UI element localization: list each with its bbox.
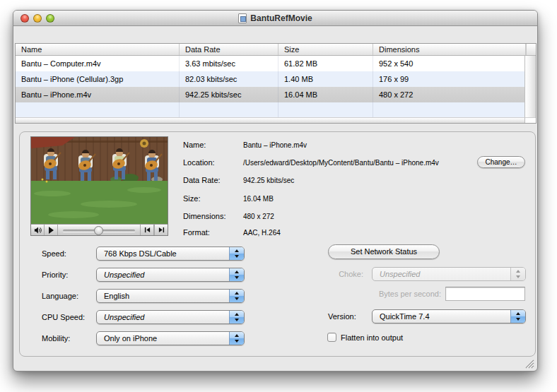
speed-popup-value: 768 Kbps DSL/Cable bbox=[104, 249, 177, 258]
table-header: Name Data Rate Size Dimensions bbox=[16, 44, 536, 56]
cpu-speed-label: CPU Speed: bbox=[42, 313, 85, 321]
app-window: BantuRefMovie Name Data Rate Size Dimens… bbox=[13, 10, 538, 372]
priority-popup-value: Unspecified bbox=[104, 271, 144, 279]
volume-button[interactable] bbox=[31, 225, 45, 235]
window-title: BantuRefMovie bbox=[250, 13, 312, 23]
table-row[interactable]: Bantu – Computer.m4v 3.63 mbits/sec 61.8… bbox=[16, 56, 524, 71]
size-label: Size: bbox=[183, 194, 200, 203]
column-header-corner bbox=[526, 44, 537, 55]
format-label: Format: bbox=[183, 228, 210, 237]
table-rows: Bantu – Computer.m4v 3.63 mbits/sec 61.8… bbox=[16, 56, 524, 118]
set-network-status-button[interactable]: Set Network Status bbox=[328, 244, 440, 259]
priority-popup[interactable]: Unspecified bbox=[96, 268, 245, 282]
format-value: AAC, H.264 bbox=[243, 229, 281, 237]
cell-dimensions: 952 x 540 bbox=[373, 56, 526, 71]
cell-size: 1.40 MB bbox=[278, 71, 373, 87]
column-header-name[interactable]: Name bbox=[16, 44, 180, 55]
horizontal-scrollbar[interactable] bbox=[16, 117, 524, 123]
popup-arrows-icon bbox=[229, 247, 244, 260]
table-row-empty[interactable] bbox=[16, 102, 524, 118]
document-icon bbox=[238, 13, 247, 23]
cell-name: Bantu – iPhone (Cellular).3gp bbox=[16, 71, 180, 87]
column-header-dimensions[interactable]: Dimensions bbox=[373, 44, 526, 55]
popup-arrows-icon bbox=[229, 268, 244, 281]
priority-label: Priority: bbox=[42, 271, 68, 279]
column-header-size[interactable]: Size bbox=[278, 44, 373, 55]
choke-popup-value: Unspecified bbox=[380, 270, 420, 278]
video-controller bbox=[31, 224, 168, 235]
flatten-checkbox[interactable] bbox=[327, 333, 336, 342]
movie-list-table: Name Data Rate Size Dimensions Bantu – C… bbox=[15, 43, 537, 124]
titlebar[interactable]: BantuRefMovie bbox=[13, 11, 537, 26]
screen: BantuRefMovie Name Data Rate Size Dimens… bbox=[0, 0, 557, 392]
play-button[interactable] bbox=[45, 225, 58, 235]
step-forward-button[interactable] bbox=[154, 225, 168, 235]
cell-dimensions: 176 x 99 bbox=[373, 71, 526, 87]
bytes-per-second-field bbox=[445, 287, 525, 301]
mobility-popup[interactable]: Only on iPhone bbox=[96, 331, 245, 345]
step-forward-icon bbox=[158, 227, 165, 233]
version-popup-value: QuickTime 7.4 bbox=[380, 312, 430, 321]
version-popup[interactable]: QuickTime 7.4 bbox=[372, 309, 526, 323]
data-rate-value: 942.25 kbits/sec bbox=[243, 177, 294, 184]
cpu-speed-popup-value: Unspecified bbox=[104, 313, 144, 321]
data-rate-label: Data Rate: bbox=[183, 176, 221, 184]
mobility-label: Mobility: bbox=[42, 334, 70, 343]
choke-label: Choke: bbox=[286, 270, 363, 278]
popup-arrows-icon bbox=[229, 290, 244, 302]
play-icon bbox=[48, 227, 54, 234]
change-button[interactable]: Change… bbox=[477, 156, 525, 168]
cell-data-rate: 3.63 mbits/sec bbox=[180, 56, 278, 71]
language-popup-value: English bbox=[104, 292, 129, 300]
size-value: 16.04 MB bbox=[243, 195, 274, 203]
table-row[interactable]: Bantu – iPhone (Cellular).3gp 82.03 kbit… bbox=[16, 71, 524, 87]
popup-arrows-icon bbox=[229, 311, 244, 323]
step-back-button[interactable] bbox=[141, 225, 154, 235]
dimensions-value: 480 x 272 bbox=[243, 213, 274, 220]
version-label: Version: bbox=[328, 312, 356, 321]
cell-data-rate: 942.25 kbits/sec bbox=[180, 87, 278, 102]
speed-popup[interactable]: 768 Kbps DSL/Cable bbox=[96, 247, 245, 261]
slider-thumb[interactable] bbox=[94, 226, 103, 235]
choke-popup: Unspecified bbox=[372, 267, 526, 281]
cell-data-rate: 82.03 kbits/sec bbox=[180, 71, 278, 87]
table-row-selected[interactable]: Bantu – iPhone.m4v 942.25 kbits/sec 16.0… bbox=[16, 87, 524, 102]
cpu-speed-popup[interactable]: Unspecified bbox=[96, 310, 245, 324]
vertical-scrollbar[interactable] bbox=[524, 56, 536, 118]
cell-dimensions: 480 x 272 bbox=[373, 87, 526, 102]
mobility-popup-value: Only on iPhone bbox=[104, 334, 157, 343]
language-popup[interactable]: English bbox=[96, 289, 245, 303]
cell-size: 61.82 MB bbox=[278, 56, 373, 71]
popup-arrows-icon bbox=[510, 268, 525, 280]
name-value: Bantu – iPhone.m4v bbox=[243, 141, 307, 149]
speed-label: Speed: bbox=[42, 249, 66, 258]
flatten-checkbox-label: Flatten into output bbox=[341, 333, 403, 342]
dimensions-label: Dimensions: bbox=[183, 212, 226, 220]
location-value: /Users/edward/Desktop/MyContent/Bantu/Ba… bbox=[243, 159, 439, 167]
bytes-per-second-label: Bytes per second: bbox=[307, 290, 441, 298]
video-frame-image bbox=[31, 137, 168, 224]
popup-arrows-icon bbox=[229, 332, 244, 345]
step-back-icon bbox=[144, 227, 151, 233]
popup-arrows-icon bbox=[510, 310, 525, 323]
cell-name: Bantu – Computer.m4v bbox=[16, 56, 180, 71]
video-preview bbox=[30, 136, 168, 236]
scrollbar-corner bbox=[524, 117, 536, 123]
cell-size: 16.04 MB bbox=[278, 87, 373, 102]
name-label: Name: bbox=[183, 141, 206, 149]
column-header-data-rate[interactable]: Data Rate bbox=[180, 44, 278, 55]
speaker-icon bbox=[34, 227, 42, 234]
cell-name: Bantu – iPhone.m4v bbox=[16, 87, 180, 102]
playback-slider[interactable] bbox=[58, 225, 141, 235]
language-label: Language: bbox=[42, 292, 78, 300]
location-label: Location: bbox=[183, 158, 215, 167]
resize-grip-icon[interactable] bbox=[524, 359, 534, 369]
